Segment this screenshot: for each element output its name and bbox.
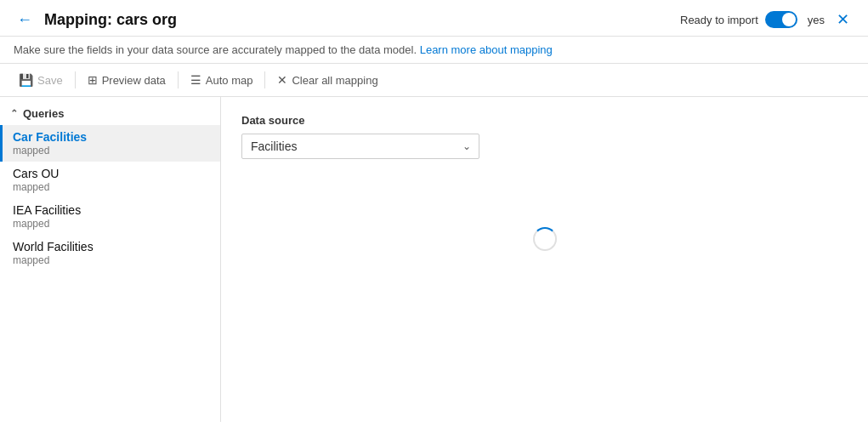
- save-label: Save: [37, 74, 63, 87]
- sidebar-item-sub: mapped: [13, 145, 210, 157]
- learn-more-link[interactable]: Learn more about mapping: [420, 43, 553, 56]
- clear-all-mapping-button[interactable]: ✕ Clear all mapping: [269, 69, 386, 91]
- automap-icon: ☰: [190, 73, 201, 87]
- queries-header: ⌃ Queries: [0, 100, 220, 125]
- toolbar-separator-1: [75, 71, 76, 88]
- top-bar: ← Mapping: cars org Ready to import yes …: [0, 0, 868, 37]
- loading-area: [241, 227, 848, 251]
- top-bar-right: Ready to import yes ✕: [680, 9, 854, 31]
- content-area: Data source FacilitiesCarsIEAWorld ⌄: [221, 97, 868, 422]
- sidebar-item-name: IEA Facilities: [13, 203, 210, 217]
- top-bar-left: ← Mapping: cars org: [14, 9, 177, 31]
- sidebar-item-name: Car Facilities: [13, 130, 210, 144]
- ready-to-import-label: Ready to import: [680, 14, 758, 26]
- chevron-down-icon: ⌃: [10, 108, 18, 119]
- ready-toggle[interactable]: [765, 11, 797, 28]
- clear-icon: ✕: [277, 73, 287, 87]
- save-button[interactable]: 💾 Save: [10, 69, 71, 91]
- sidebar: ⌃ Queries Car Facilities mapped Cars OU …: [0, 97, 221, 422]
- loading-spinner: [533, 227, 557, 251]
- main-layout: ⌃ Queries Car Facilities mapped Cars OU …: [0, 97, 868, 422]
- back-button[interactable]: ←: [14, 9, 36, 31]
- subtitle-text: Make sure the fields in your data source…: [14, 43, 417, 56]
- sidebar-item-sub: mapped: [13, 181, 210, 193]
- preview-label: Preview data: [102, 74, 166, 87]
- data-source-select-wrapper: FacilitiesCarsIEAWorld ⌄: [241, 134, 479, 159]
- page-title: Mapping: cars org: [44, 11, 177, 29]
- preview-data-button[interactable]: ⊞ Preview data: [79, 69, 174, 91]
- auto-map-button[interactable]: ☰ Auto map: [182, 69, 262, 91]
- sidebar-item-sub: mapped: [13, 218, 210, 230]
- data-source-select[interactable]: FacilitiesCarsIEAWorld: [241, 134, 479, 159]
- automap-label: Auto map: [206, 74, 253, 87]
- sidebar-items-container: Car Facilities mapped Cars OU mapped IEA…: [0, 125, 220, 271]
- sidebar-item-name: Cars OU: [13, 167, 210, 180]
- sidebar-item-car-facilities[interactable]: Car Facilities mapped: [0, 125, 220, 162]
- save-icon: 💾: [19, 73, 33, 87]
- sidebar-item-iea-facilities[interactable]: IEA Facilities mapped: [0, 198, 220, 235]
- yes-label: yes: [808, 14, 825, 26]
- sidebar-item-sub: mapped: [13, 254, 210, 266]
- sidebar-item-world-facilities[interactable]: World Facilities mapped: [0, 235, 220, 271]
- queries-label: Queries: [23, 107, 64, 120]
- toolbar: 💾 Save ⊞ Preview data ☰ Auto map ✕ Clear…: [0, 64, 868, 97]
- sidebar-item-cars-ou[interactable]: Cars OU mapped: [0, 162, 220, 198]
- clear-label: Clear all mapping: [292, 74, 377, 87]
- toolbar-separator-3: [264, 71, 265, 88]
- close-button[interactable]: ✕: [831, 9, 854, 31]
- data-source-label: Data source: [241, 114, 848, 127]
- toolbar-separator-2: [178, 71, 179, 88]
- sidebar-item-name: World Facilities: [13, 240, 210, 253]
- subtitle-bar: Make sure the fields in your data source…: [0, 37, 868, 64]
- preview-icon: ⊞: [88, 73, 98, 87]
